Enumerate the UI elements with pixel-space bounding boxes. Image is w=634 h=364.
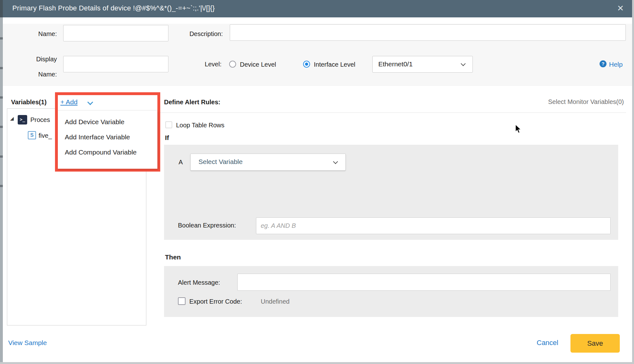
menu-item-add-interface-variable[interactable]: Add Interface Variable xyxy=(65,133,130,143)
export-error-code-checkbox[interactable] xyxy=(178,297,186,305)
description-label: Description: xyxy=(175,30,223,38)
tree-child-item[interactable]: five_ xyxy=(39,132,52,139)
alert-message-input[interactable] xyxy=(237,274,611,291)
interface-level-radio-label[interactable]: Interface Level xyxy=(314,61,355,68)
export-error-code-value: Undefined xyxy=(261,298,290,305)
loop-table-rows-checkbox[interactable] xyxy=(165,121,172,128)
then-label: Then xyxy=(165,253,181,261)
string-variable-icon: S xyxy=(28,131,36,139)
interface-level-radio[interactable] xyxy=(303,61,310,68)
select-variable-dropdown[interactable]: Select Variable xyxy=(190,154,346,171)
select-monitor-variables-link[interactable]: Select Monitor Variables(0) xyxy=(548,98,624,106)
background-bottom-strip xyxy=(0,362,634,364)
dialog-titlebar: Primary Flash Probe Details of device !@… xyxy=(3,0,632,17)
help-icon[interactable]: ? xyxy=(600,60,607,67)
condition-row-letter: A xyxy=(179,159,183,166)
background-decoration xyxy=(0,126,3,128)
close-icon[interactable]: ✕ xyxy=(617,3,624,13)
background-decoration xyxy=(0,0,3,17)
loop-table-rows-label: Loop Table Rows xyxy=(176,122,224,129)
boolean-expression-input[interactable] xyxy=(256,217,611,234)
background-decoration xyxy=(0,155,3,158)
tree-root-item[interactable]: Proces xyxy=(30,116,50,124)
background-decoration xyxy=(0,185,3,187)
display-name-input[interactable] xyxy=(63,56,168,72)
background-decoration xyxy=(0,96,3,99)
background-right-strip xyxy=(632,0,634,364)
tree-expander-icon[interactable]: ◢ xyxy=(10,116,14,121)
device-level-radio[interactable] xyxy=(229,61,236,68)
screen: Primary Flash Probe Details of device !@… xyxy=(0,0,634,364)
save-button[interactable]: Save xyxy=(570,334,620,353)
add-dropdown-highlight: + Add Add Device Variable Add Interface … xyxy=(55,92,160,172)
background-decoration xyxy=(0,67,3,69)
add-button[interactable]: + Add xyxy=(60,98,77,106)
level-label: Level: xyxy=(193,61,222,68)
device-level-radio-label[interactable]: Device Level xyxy=(240,61,276,68)
interface-select-value: Ethernet0/1 xyxy=(378,60,413,68)
display-name-label: Display Name: xyxy=(28,52,57,82)
select-variable-value: Select Variable xyxy=(198,158,243,166)
cancel-button[interactable]: Cancel xyxy=(537,339,558,347)
boolean-expression-label: Boolean Expression: xyxy=(178,222,236,229)
name-label: Name: xyxy=(28,30,57,38)
name-input[interactable] xyxy=(63,25,168,41)
menu-item-add-device-variable[interactable]: Add Device Variable xyxy=(65,118,125,128)
dialog-title: Primary Flash Probe Details of device !@… xyxy=(12,4,215,12)
description-input[interactable] xyxy=(230,24,626,41)
alert-message-label: Alert Message: xyxy=(178,279,220,286)
if-label: If xyxy=(165,134,169,142)
terminal-icon: >_ xyxy=(18,115,27,124)
add-variable-menu: Add Device Variable Add Interface Variab… xyxy=(58,110,157,169)
help-link[interactable]: Help xyxy=(609,61,623,68)
background-decoration xyxy=(0,37,3,39)
mouse-cursor xyxy=(515,124,523,134)
interface-select[interactable]: Ethernet0/1 xyxy=(372,56,473,73)
menu-item-add-compound-variable[interactable]: Add Compound Variable xyxy=(65,149,137,158)
export-error-code-label: Export Error Code: xyxy=(189,298,242,305)
variables-header: Variables(1) xyxy=(11,99,46,106)
define-alert-rules-header: Define Alert Rules: xyxy=(164,99,220,106)
chevron-down-icon xyxy=(333,159,338,164)
chevron-down-icon[interactable] xyxy=(87,99,93,105)
chevron-down-icon xyxy=(461,61,466,66)
view-sample-link[interactable]: View Sample xyxy=(8,339,47,347)
background-left-strip xyxy=(0,0,3,364)
section-divider xyxy=(160,112,626,113)
